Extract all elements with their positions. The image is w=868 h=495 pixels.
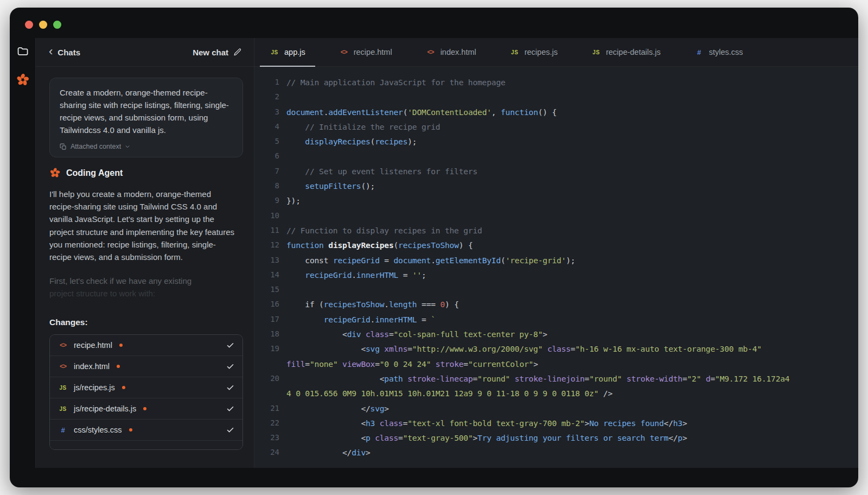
agent-flower-icon [49,167,61,179]
folder-icon [16,45,29,58]
chevron-down-icon [125,144,130,149]
code-area[interactable]: 1 // Main application JavaScript for the… [254,67,858,468]
code-line: 3 document.addEventListener('DOMContentL… [254,105,858,119]
code-line-text: <svg xmlns="http://www.w3.org/2000/svg" … [286,341,762,356]
code-line-text: document.addEventListener('DOMContentLoa… [286,105,557,119]
code-line-text: const recipeGrid = document.getElementBy… [286,253,575,268]
app-window: ‹ Chats New chat Create a modern, orange… [10,8,858,487]
tab-label: recipe.html [354,48,392,56]
editor-tab[interactable]: <> index.html [416,38,486,66]
line-number: 17 [254,312,286,327]
line-number: 5 [254,134,286,149]
faded-line: project structure to work with: [49,287,243,300]
tab-label: app.js [284,48,305,56]
code-line: 5 displayRecipes(recipes); [254,134,858,149]
agent-chat-panel: ‹ Chats New chat Create a modern, orange… [36,38,254,468]
file-type-icon: # [58,426,68,434]
back-to-chats-button[interactable]: ‹ Chats [49,47,80,58]
agent-panel-button[interactable] [16,73,30,87]
code-line: 8 setupFilters(); [254,179,858,193]
line-number: 12 [254,238,286,252]
editor-tab[interactable]: JS app.js [260,38,315,66]
code-line-text: <h3 class="text-xl font-bold text-gray-7… [286,416,687,430]
agent-name: Coding Agent [66,168,123,178]
code-line-text: // Set up event listeners for filters [286,164,477,179]
line-number: 18 [254,327,286,341]
code-line-text: function displayRecipes(recipesToShow) { [286,238,473,252]
pencil-icon [233,48,242,56]
modified-dot-icon [119,344,123,347]
line-number: 16 [254,297,286,312]
agent-message-header: Coding Agent [49,167,243,179]
line-number: 24 [254,445,286,460]
line-number: 11 [254,223,286,238]
faded-line: First, let's check if we have any existi… [49,275,243,287]
editor-tab[interactable]: JS recipe-details.js [582,38,671,66]
project-files-button[interactable] [16,45,30,59]
file-name: js/recipes.js [74,383,115,392]
code-line: 19 <svg xmlns="http://www.w3.org/2000/sv… [254,341,858,356]
changed-file-row[interactable] [50,441,242,449]
line-number: 7 [254,164,286,179]
check-icon [226,341,234,350]
agent-message-text: I'll help you create a modern, orange-th… [49,188,243,263]
line-number: 21 [254,401,286,416]
code-line: 14 recipeGrid.innerHTML = ''; [254,268,858,282]
agent-flower-icon [16,73,30,87]
code-line-text: </div> [286,445,371,460]
line-number [254,386,286,401]
chat-scroll-area[interactable]: Create a modern, orange-themed recipe-sh… [36,67,254,450]
code-line: 2 [254,90,858,104]
line-number: 8 [254,179,286,193]
tab-label: recipe-details.js [606,48,661,56]
chats-title: Chats [58,48,80,57]
line-number: 2 [254,90,286,104]
agent-faded-text: First, let's check if we have any existi… [49,275,243,300]
editor-tab[interactable]: JS recipes.js [500,38,567,66]
code-line-text: fill="none" viewBox="0 0 24 24" stroke="… [286,357,538,371]
code-line: 4 0 015.656 0M9 10h.01M15 10h.01M21 12a9… [254,386,858,401]
new-chat-button[interactable]: New chat [193,48,242,57]
line-number: 19 [254,341,286,356]
editor-tab[interactable]: # styles.css [685,38,753,66]
user-message-card: Create a modern, orange-themed recipe-sh… [49,78,243,157]
close-window-button[interactable] [25,21,33,29]
file-type-icon: # [694,48,704,56]
changed-file-row[interactable]: # css/styles.css [50,420,242,441]
code-line: 1 // Main application JavaScript for the… [254,75,858,90]
code-line-text: // Initialize the recipe grid [286,119,440,134]
file-type-icon: <> [339,48,349,56]
file-type-icon: JS [510,49,520,55]
attached-context-toggle[interactable]: Attached context [60,143,233,150]
code-line: 23 <p class="text-gray-500">Try adjustin… [254,430,858,445]
code-line: 22 <h3 class="text-xl font-bold text-gra… [254,416,858,430]
code-line-text: <div class="col-span-full text-center py… [286,327,547,341]
changed-file-row[interactable]: JS js/recipes.js [50,377,242,398]
code-line: 12 function displayRecipes(recipesToShow… [254,238,858,252]
changed-file-row[interactable]: JS js/recipe-details.js [50,398,242,420]
line-number: 4 [254,119,286,134]
editor-tab[interactable]: <> recipe.html [329,38,402,66]
user-message-text: Create a modern, orange-themed recipe-sh… [60,86,233,136]
file-type-icon: JS [270,49,279,55]
code-line: 13 const recipeGrid = document.getElemen… [254,253,858,268]
code-line: 6 [254,149,858,163]
line-number: 13 [254,253,286,268]
changed-file-row[interactable]: <> recipe.html [50,335,242,356]
file-name: index.html [74,362,110,371]
line-number: 20 [254,371,286,386]
modified-dot-icon [143,407,146,410]
code-line-text: 4 0 015.656 0M9 10h.01M15 10h.01M21 12a9… [286,386,612,401]
code-line: 18 <div class="col-span-full text-center… [254,327,858,341]
code-line-text: recipeGrid.innerHTML = ` [286,312,436,327]
attached-context-label: Attached context [71,143,121,150]
code-line: 9 }); [254,193,858,208]
changed-file-row[interactable]: <> index.html [50,356,242,377]
minimize-window-button[interactable] [39,21,47,29]
code-line-text: displayRecipes(recipes); [286,134,417,149]
zoom-window-button[interactable] [53,21,61,29]
tab-label: index.html [441,48,476,56]
check-icon [226,405,234,413]
code-line-text: recipeGrid.innerHTML = ''; [286,268,426,282]
copy-context-icon [60,143,67,150]
